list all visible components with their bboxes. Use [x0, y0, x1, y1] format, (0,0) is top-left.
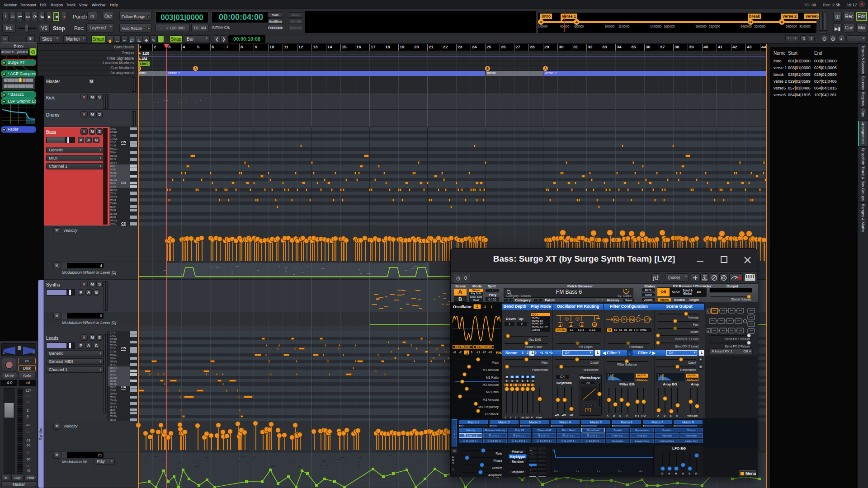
- svg-text:F1: F1: [614, 318, 618, 321]
- svg-text:B: B: [707, 329, 709, 333]
- svg-text:+: +: [744, 320, 746, 323]
- svg-text:A: A: [707, 310, 709, 313]
- svg-text:F2: F2: [630, 318, 634, 321]
- svg-text:A: A: [638, 315, 640, 317]
